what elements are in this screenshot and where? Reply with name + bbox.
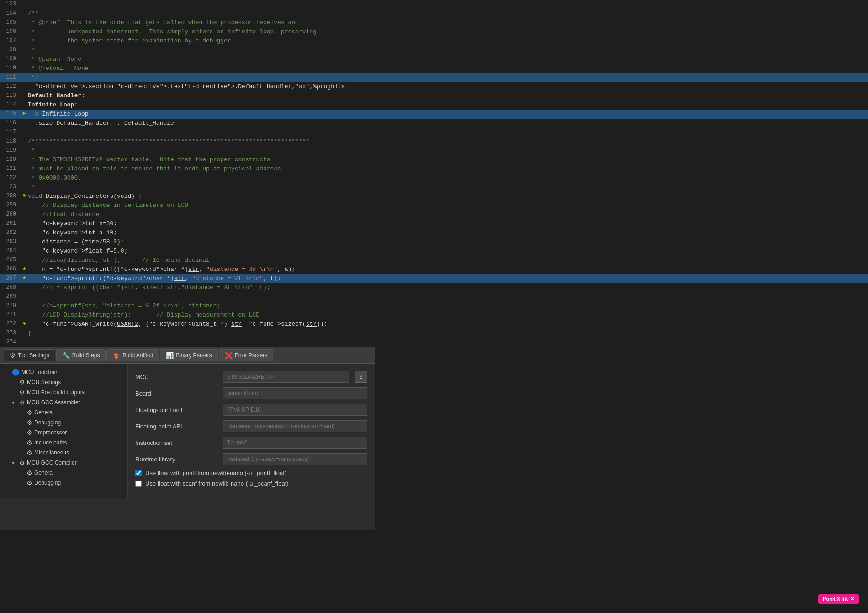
line-number: 113 — [0, 91, 21, 100]
line-number: 106 — [0, 27, 21, 36]
line-content: * — [28, 146, 868, 155]
mcu-setting-row: MCU S — [135, 371, 367, 383]
code-line: 269 — [0, 292, 868, 301]
tab-binary-parsers[interactable]: 📊Binary Parsers — [160, 349, 218, 361]
line-content: Infinite_Loop: — [28, 100, 868, 110]
tabs-row: ⚙Tool Settings🔧Build Steps🏺Build Artifac… — [0, 348, 375, 364]
tree-item-debugging[interactable]: ⚙Debugging — [0, 417, 127, 428]
iset-input[interactable] — [223, 437, 367, 449]
line-number: 267 — [0, 274, 21, 282]
tree-item-debugging2[interactable]: ⚙Debugging — [0, 478, 127, 488]
tree-item-label-general: General — [34, 409, 54, 416]
tree-item-mcu-gcc-compiler[interactable]: ▼⚙MCU GCC Compiler — [0, 458, 127, 468]
line-content: "c-keyword">float f=5.0; — [28, 247, 868, 256]
code-line: 263 distance = (time/58.0); — [0, 238, 868, 247]
code-line: 270 //n=sprintf(str, "distance = %.2f \r… — [0, 301, 868, 311]
code-line: 115▶ b Infinite_Loop — [0, 110, 868, 119]
scanf-float-checkbox[interactable] — [135, 481, 142, 487]
tab-build-steps[interactable]: 🔧Build Steps — [56, 349, 106, 361]
code-line: 268 //n = snprintf((char *)str, sizeof s… — [0, 283, 868, 292]
line-content: Default_Handler: — [28, 91, 868, 100]
tree-item-general[interactable]: ⚙General — [0, 407, 127, 417]
line-content: //float distance; — [28, 210, 868, 219]
code-line: 116 .size Default_Handler, .-Default_Han… — [0, 119, 868, 128]
tree-item-label-include-paths: Include paths — [34, 439, 67, 446]
tree-item-icon-general: ⚙ — [26, 409, 32, 416]
tree-item-mcu-gcc-assembler[interactable]: ▼⚙MCU GCC Assembler — [0, 397, 127, 407]
line-number: 266 — [0, 265, 21, 273]
printf-float-checkbox[interactable] — [135, 470, 142, 476]
code-line: 264 "c-keyword">float f=5.0; — [0, 247, 868, 256]
tree-item-miscellaneous[interactable]: ⚙Miscellaneous — [0, 448, 127, 458]
line-number: 121 — [0, 164, 21, 173]
line-content: /***************************************… — [28, 137, 868, 146]
line-content: */ — [28, 73, 868, 82]
tab-tool-settings[interactable]: ⚙Tool Settings — [4, 349, 55, 361]
tab-icon-error-parsers: ❌ — [225, 352, 233, 359]
line-content: //LCD_DisplayString(str); // Display mea… — [28, 311, 868, 320]
cb2-row: Use float with scanf from newlib-nano (-… — [135, 480, 367, 487]
tree-item-icon-mcu-gcc-compiler: ⚙ — [19, 459, 25, 466]
tree-item-label-mcu-gcc-compiler: MCU GCC Compiler — [27, 460, 77, 466]
code-line: 108 * — [0, 46, 868, 55]
line-number: 103 — [0, 0, 21, 8]
tree-item-icon-mcu-gcc-assembler: ⚙ — [19, 399, 25, 406]
fpa-setting-row: Floating-point ABI — [135, 420, 367, 432]
board-input[interactable] — [223, 387, 367, 399]
line-number: 271 — [0, 311, 21, 319]
point-x-badge[interactable]: Point X lite ✕ — [818, 594, 859, 604]
bottom-panel: ⚙Tool Settings🔧Build Steps🏺Build Artifac… — [0, 347, 375, 530]
tree-item-mcu-post-build[interactable]: ⚙MCU Post build outputs — [0, 387, 127, 397]
tree-item-icon-general2: ⚙ — [26, 469, 32, 476]
tab-build-artifact[interactable]: 🏺Build Artifact — [106, 349, 159, 361]
tree-item-label-mcu-toolchain: MCU Toolchain — [21, 369, 58, 375]
tree-item-label-mcu-post-build: MCU Post build outputs — [27, 389, 85, 396]
line-number: 263 — [0, 238, 21, 246]
tree-item-icon-debugging2: ⚙ — [26, 479, 32, 486]
tree-item-mcu-settings[interactable]: ⚙MCU Settings — [0, 377, 127, 387]
line-number: 116 — [0, 119, 21, 127]
code-line: 105 * @brief This is the code that gets … — [0, 18, 868, 27]
expand-icon-mcu-gcc-assembler: ▼ — [11, 400, 17, 405]
line-number: 115 — [0, 110, 21, 118]
code-line: 113Default_Handler: — [0, 91, 868, 100]
tab-error-parsers[interactable]: ❌Error Parsers — [219, 349, 273, 361]
code-line: 260 //float distance; — [0, 210, 868, 219]
tree-item-mcu-toolchain[interactable]: 🔵MCU Toolchain — [0, 367, 127, 377]
mcu-input[interactable] — [223, 371, 349, 383]
code-line: 109 * @param None — [0, 55, 868, 64]
tree-item-preprocessor[interactable]: ⚙Preprocessor — [0, 428, 127, 438]
fpa-input[interactable] — [223, 420, 367, 432]
line-number: 269 — [0, 292, 21, 301]
rlib-input[interactable] — [223, 453, 367, 465]
code-line: 114Infinite_Loop: — [0, 100, 868, 110]
tree-item-icon-miscellaneous: ⚙ — [26, 449, 32, 456]
line-number: 108 — [0, 46, 21, 54]
mcu-browse-btn[interactable]: S — [355, 371, 367, 383]
fpu-input[interactable] — [223, 404, 367, 416]
line-number: 110 — [0, 64, 21, 72]
line-number: 274 — [0, 338, 21, 346]
code-line: 117 — [0, 128, 868, 137]
code-line: 120 * The STM32L452RETxP vector table. N… — [0, 155, 868, 164]
line-content: n = "c-func">sprintf(("c-keyword">char *… — [28, 265, 868, 274]
tree-item-include-paths[interactable]: ⚙Include paths — [0, 438, 127, 448]
rlib-setting-row: Runtime library — [135, 453, 367, 465]
tree-item-general2[interactable]: ⚙General — [0, 468, 127, 478]
tree-panel: 🔵MCU Toolchain⚙MCU Settings⚙MCU Post bui… — [0, 364, 128, 498]
line-number: 262 — [0, 228, 21, 237]
tree-item-label-general2: General — [34, 470, 54, 476]
tree-item-label-mcu-gcc-assembler: MCU GCC Assembler — [27, 399, 80, 406]
iset-label: Instruction set — [135, 439, 217, 446]
line-number: 104 — [0, 9, 21, 17]
line-content: * — [28, 183, 868, 192]
line-number: 122 — [0, 174, 21, 182]
code-editor: 103104/**105 * @brief This is the code t… — [0, 0, 868, 347]
cb2-label: Use float with scanf from newlib-nano (-… — [145, 480, 289, 487]
line-number: 105 — [0, 18, 21, 26]
code-line: 259 // Display distance in centimeters o… — [0, 201, 868, 210]
code-line: 262 "c-keyword">int a=10; — [0, 228, 868, 238]
line-number: 118 — [0, 137, 21, 145]
tab-icon-build-artifact: 🏺 — [112, 352, 120, 359]
fpu-setting-row: Floating-point unit — [135, 404, 367, 416]
